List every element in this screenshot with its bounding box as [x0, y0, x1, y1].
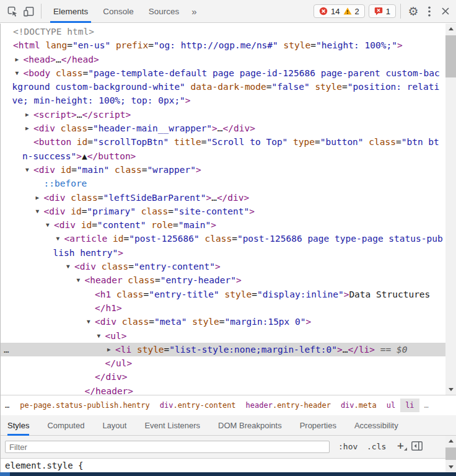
breadcrumb-overflow-right[interactable]: … [419, 401, 434, 410]
tree-row[interactable]: ▼<header class="entry-header"> [0, 273, 456, 287]
gear-icon: ⚙ [408, 6, 418, 17]
breadcrumb-overflow-left[interactable]: … [0, 401, 15, 410]
element-style-selector: element.style { [5, 461, 83, 470]
panel-tabs: ElementsConsoleSources [46, 0, 186, 23]
collapse-arrow-icon[interactable]: ▼ [25, 163, 33, 177]
issues-badge[interactable]: 1 [369, 4, 396, 18]
tree-row[interactable]: <button id="scrollTopBtn" title="Scroll … [0, 135, 456, 163]
breadcrumb-item-pe-page-status-publish-hentry[interactable]: pe-page.status-publish.hentry [15, 399, 155, 412]
tree-row[interactable]: <h1 class="entry-title" style="display:i… [0, 288, 456, 315]
dom-tree: <!DOCTYPE html><html lang="en-us" prefix… [0, 24, 456, 395]
kebab-icon [428, 6, 431, 17]
tree-row[interactable]: </div> [0, 370, 456, 384]
console-status-badge[interactable]: 14 2 [314, 4, 365, 18]
panel-tab-elements[interactable]: Elements [46, 0, 95, 23]
sidebar-tab-properties[interactable]: Properties [300, 415, 336, 436]
taskbar-strip [0, 472, 456, 476]
expand-arrow-icon[interactable]: ▶ [25, 121, 33, 135]
expand-arrow-icon[interactable]: ▶ [25, 108, 33, 121]
sidebar-tab-dom-breakpoints[interactable]: DOM Breakpoints [218, 415, 282, 436]
tree-row[interactable]: ▶<div class="header-main__wrapper">…</di… [0, 121, 456, 135]
collapse-arrow-icon[interactable]: ▼ [66, 260, 74, 273]
sidebar-tab-accessibility[interactable]: Accessibility [354, 415, 398, 436]
toolbar-divider [41, 4, 42, 19]
scrollbar-down-button[interactable] [445, 384, 456, 395]
scrollbar-down-button[interactable] [445, 462, 456, 472]
collapse-arrow-icon[interactable]: ▼ [36, 205, 43, 218]
collapse-arrow-icon[interactable]: ▼ [87, 315, 94, 328]
new-style-rule-button[interactable]: + [397, 439, 404, 452]
breadcrumb-item-div-entry-content[interactable]: div.entry-content [155, 399, 241, 412]
menu-button[interactable] [421, 2, 437, 20]
tree-row[interactable]: ▼<div id="primary" class="site-content"> [0, 205, 456, 218]
error-count: 14 [331, 7, 340, 16]
toolbar-divider [400, 4, 401, 19]
close-button[interactable] [437, 2, 454, 20]
tree-row[interactable]: ▼<article id="post-125686" class="post-1… [0, 232, 456, 260]
inspect-element-button[interactable] [4, 2, 20, 20]
collapse-arrow-icon[interactable]: ▼ [56, 232, 64, 245]
tree-row[interactable]: ▼<ul> [0, 329, 456, 343]
pseudo-state-button[interactable]: :hov [338, 442, 357, 451]
collapse-arrow-icon[interactable]: ▼ [15, 66, 23, 80]
device-toolbar-button[interactable] [20, 2, 37, 20]
expand-arrow-icon[interactable]: ▶ [107, 343, 115, 356]
tree-row[interactable]: </ul> [0, 356, 456, 370]
dock-sidebar-icon [411, 441, 423, 451]
panel-tab-console[interactable]: Console [95, 0, 141, 23]
device-toolbar-icon [23, 6, 35, 17]
tree-row[interactable]: ▼<div id="main" class="wrapper"> [0, 163, 456, 177]
tree-row[interactable]: ▼<body class="page-template-default page… [0, 66, 456, 108]
close-icon [441, 7, 450, 15]
breadcrumb-item-li[interactable]: li [400, 399, 419, 412]
sidebar-tab-styles[interactable]: Styles [7, 415, 29, 436]
breadcrumb-item-div-meta[interactable]: div.meta [336, 399, 382, 412]
devtools-toolbar: ElementsConsoleSources » 14 2 [0, 0, 456, 23]
row-actions-ellipsis[interactable]: … [4, 343, 9, 356]
sidebar-tabs: StylesComputedLayoutEvent ListenersDOM B… [0, 415, 456, 436]
triangle-up-icon [449, 27, 454, 30]
sidebar-tab-layout[interactable]: Layout [102, 415, 126, 436]
dom-tree-scrollbar [445, 24, 456, 395]
scrollbar-up-button[interactable] [445, 24, 456, 34]
sidebar-tab-event-listeners[interactable]: Event Listeners [144, 415, 200, 436]
scrollbar-up-button[interactable] [445, 436, 456, 446]
issues-count: 1 [386, 7, 390, 16]
more-tabs-button[interactable]: » [186, 6, 201, 17]
styles-filter-input[interactable] [5, 441, 330, 453]
expand-arrow-icon[interactable]: ▶ [36, 191, 43, 205]
warning-icon [343, 7, 352, 15]
breadcrumb-item-ul[interactable]: ul [382, 399, 400, 412]
tree-row[interactable]: <!DOCTYPE html> [0, 25, 456, 38]
triangle-down-icon [449, 465, 454, 469]
breadcrumb: … pe-page.status-publish.hentrydiv.entry… [0, 395, 456, 415]
tree-row[interactable]: ▼<div class="meta" style="margin:15px 0"… [0, 315, 456, 328]
tree-row[interactable]: <html lang="en-us" prefix="og: http://og… [0, 38, 456, 52]
taskbar-accent [0, 472, 10, 476]
settings-button[interactable]: ⚙ [405, 2, 421, 20]
tree-row[interactable]: ::before [0, 177, 456, 190]
collapse-arrow-icon[interactable]: ▼ [97, 329, 105, 343]
collapse-arrow-icon[interactable]: ▼ [46, 218, 53, 232]
expand-arrow-icon[interactable]: ▶ [15, 53, 23, 66]
tree-row[interactable]: ▶<head>…</head> [0, 53, 456, 66]
tree-row[interactable]: ▶<li style="list-style:none;margin-left:… [0, 343, 456, 356]
sidebar-tab-computed[interactable]: Computed [47, 415, 84, 436]
tree-row[interactable]: ▼<div class="entry-content"> [0, 260, 456, 273]
scrollbar-thumb[interactable] [445, 35, 456, 77]
collapse-arrow-icon[interactable]: ▼ [77, 273, 84, 287]
tree-row[interactable]: ▼<div id="content" role="main"> [0, 218, 456, 232]
class-toggle-button[interactable]: .cls [367, 442, 386, 451]
status-badges: 14 2 1 [314, 4, 396, 18]
tree-row[interactable]: ▶<script>…</script> [0, 108, 456, 121]
inspect-icon [7, 6, 19, 17]
tree-row[interactable]: </header> [0, 384, 456, 395]
style-rule-row[interactable]: element.style { [0, 459, 445, 472]
devtools-window: ElementsConsoleSources » 14 2 [0, 0, 456, 476]
dock-sidebar-button[interactable] [411, 441, 423, 452]
breadcrumb-item-header-entry-header[interactable]: header.entry-header [241, 399, 336, 412]
tree-row[interactable]: ▶<div class="leftSideBarParent">…</div> [0, 191, 456, 205]
scrollbar-thumb[interactable] [445, 447, 456, 460]
panel-tab-sources[interactable]: Sources [141, 0, 187, 23]
triangle-up-icon [449, 439, 454, 443]
